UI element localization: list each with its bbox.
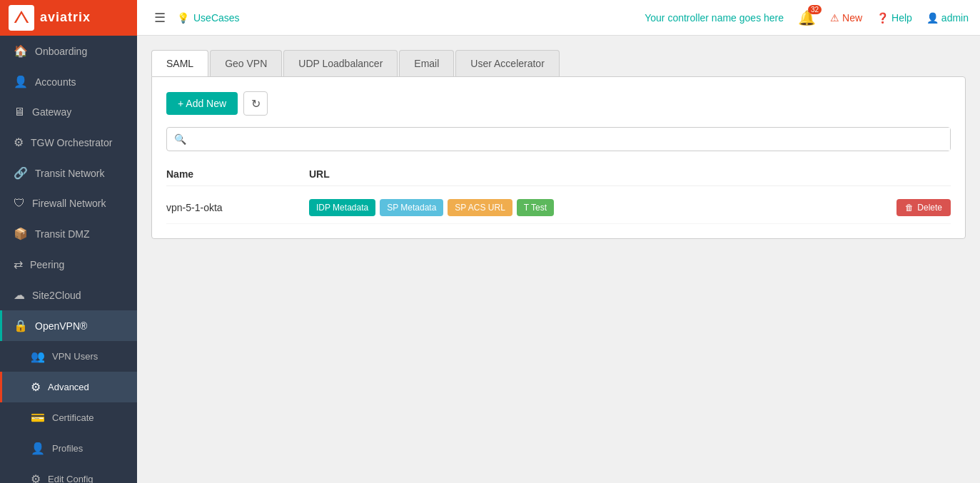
sidebar-label-firewall-network: Firewall Network (32, 198, 106, 209)
sidebar-label-transit-dmz: Transit DMZ (35, 228, 89, 240)
tab-saml[interactable]: SAML (151, 50, 208, 76)
gateway-icon: 🖥 (14, 106, 25, 118)
sidebar-item-openvpn[interactable]: 🔒 OpenVPN® (0, 310, 137, 341)
sidebar-label-profiles: Profiles (52, 443, 83, 454)
peering-icon: ⇄ (14, 258, 23, 271)
sidebar-item-transit-dmz[interactable]: 📦 Transit DMZ (0, 218, 137, 249)
help-icon: ❓ (877, 12, 889, 24)
header-right: Your controller name goes here 🔔 32 ⚠ Ne… (645, 9, 969, 26)
tab-user-accelerator[interactable]: User Accelerator (455, 50, 559, 76)
row-actions: IDP Metadata SP Metadata SP ACS URL T Te… (309, 199, 896, 216)
sidebar: 🏠 Onboarding 👤 Accounts 🖥 Gateway ⚙ TGW … (0, 36, 137, 483)
site2cloud-icon: ☁ (14, 288, 25, 302)
search-icon: 🔍 (174, 133, 186, 145)
transit-dmz-icon: 📦 (14, 227, 28, 240)
sp-metadata-button[interactable]: SP Metadata (380, 199, 443, 216)
sidebar-item-firewall-network[interactable]: 🛡 Firewall Network (0, 188, 137, 218)
transit-network-icon: 🔗 (14, 166, 28, 180)
logo-icon (9, 5, 34, 31)
delete-button[interactable]: 🗑 Delete (896, 199, 951, 216)
search-input[interactable] (193, 128, 950, 151)
sidebar-item-onboarding[interactable]: 🏠 Onboarding (0, 36, 137, 66)
certificate-icon: 💳 (31, 411, 45, 424)
exclamation-icon: ⚠ (830, 12, 839, 24)
sidebar-label-transit-network: Transit Network (35, 168, 105, 179)
sidebar-item-tgw[interactable]: ⚙ TGW Orchestrator (0, 127, 137, 158)
sidebar-label-accounts: Accounts (35, 76, 76, 88)
trash-icon: 🗑 (905, 203, 914, 213)
panel-toolbar: + Add New ↻ (166, 91, 951, 116)
sidebar-label-edit-config: Edit Config (48, 474, 94, 483)
edit-config-icon: ⚙ (31, 472, 41, 483)
sidebar-item-vpn-users[interactable]: 👥 VPN Users (0, 341, 137, 372)
sidebar-label-gateway: Gateway (32, 106, 71, 118)
saml-panel: + Add New ↻ 🔍 Name URL vpn-5-1-okta (151, 76, 966, 239)
sidebar-label-openvpn: OpenVPN® (35, 320, 87, 332)
row-delete-area: 🗑 Delete (896, 199, 951, 216)
onboarding-icon: 🏠 (14, 44, 28, 58)
sidebar-item-site2cloud[interactable]: ☁ Site2Cloud (0, 280, 137, 310)
tgw-icon: ⚙ (14, 136, 24, 149)
hamburger-button[interactable]: ☰ (154, 10, 166, 26)
notification-button[interactable]: 🔔 32 (798, 9, 816, 26)
controller-name: Your controller name goes here (645, 12, 784, 24)
sidebar-item-transit-network[interactable]: 🔗 Transit Network (0, 158, 137, 188)
tab-email[interactable]: Email (399, 50, 454, 76)
search-container: 🔍 (166, 127, 951, 151)
t-test-button[interactable]: T Test (517, 199, 554, 216)
refresh-button[interactable]: ↻ (243, 91, 268, 116)
logo-area: aviatrix (0, 0, 137, 36)
sidebar-item-gateway[interactable]: 🖥 Gateway (0, 97, 137, 127)
table-row: vpn-5-1-okta IDP Metadata SP Metadata SP… (166, 192, 951, 224)
sidebar-item-peering[interactable]: ⇄ Peering (0, 249, 137, 280)
idp-metadata-button[interactable]: IDP Metadata (309, 199, 375, 216)
sidebar-label-site2cloud: Site2Cloud (32, 290, 81, 301)
vpn-users-icon: 👥 (31, 350, 45, 363)
row-name-vpn-5-1-okta: vpn-5-1-okta (166, 202, 309, 213)
tab-geo-vpn[interactable]: Geo VPN (210, 50, 282, 76)
sidebar-item-certificate[interactable]: 💳 Certificate (0, 402, 137, 433)
add-new-button[interactable]: + Add New (166, 92, 238, 115)
sidebar-label-vpn-users: VPN Users (52, 351, 98, 362)
sidebar-item-edit-config[interactable]: ⚙ Edit Config (0, 464, 137, 483)
sidebar-item-accounts[interactable]: 👤 Accounts (0, 66, 137, 97)
top-header: aviatrix ☰ 💡 UseCases Your controller na… (0, 0, 980, 36)
tab-bar: SAML Geo VPN UDP Loadbalancer Email User… (151, 50, 966, 76)
sidebar-item-advanced[interactable]: ⚙ Advanced (0, 372, 137, 402)
admin-button[interactable]: 👤 admin (926, 12, 969, 24)
search-icon-button[interactable]: 🔍 (167, 128, 193, 151)
accounts-icon: 👤 (14, 75, 28, 88)
firewall-icon: 🛡 (14, 197, 25, 210)
openvpn-icon: 🔒 (14, 319, 28, 332)
help-button[interactable]: ❓ Help (877, 12, 912, 24)
sidebar-item-profiles[interactable]: 👤 Profiles (0, 433, 137, 464)
tab-udp-loadbalancer[interactable]: UDP Loadbalancer (283, 50, 398, 76)
table-header: Name URL (166, 163, 951, 186)
main-content: SAML Geo VPN UDP Loadbalancer Email User… (137, 36, 980, 483)
refresh-icon: ↻ (251, 97, 261, 111)
sidebar-label-peering: Peering (30, 259, 64, 270)
logo-text: aviatrix (40, 10, 91, 25)
lightbulb-icon: 💡 (177, 12, 189, 24)
new-button[interactable]: ⚠ New (830, 12, 862, 24)
col-header-url: URL (309, 168, 951, 180)
profiles-icon: 👤 (31, 442, 45, 455)
sidebar-label-onboarding: Onboarding (35, 46, 87, 57)
sp-acs-url-button[interactable]: SP ACS URL (448, 199, 512, 216)
user-icon: 👤 (926, 12, 939, 24)
notification-badge: 32 (808, 5, 822, 14)
col-header-name: Name (166, 168, 309, 180)
use-cases-link[interactable]: 💡 UseCases (177, 12, 240, 24)
sidebar-label-certificate: Certificate (52, 412, 94, 423)
sidebar-label-tgw: TGW Orchestrator (31, 137, 112, 148)
main-layout: 🏠 Onboarding 👤 Accounts 🖥 Gateway ⚙ TGW … (0, 36, 980, 483)
sidebar-label-advanced: Advanced (48, 382, 89, 392)
advanced-icon: ⚙ (31, 380, 41, 394)
